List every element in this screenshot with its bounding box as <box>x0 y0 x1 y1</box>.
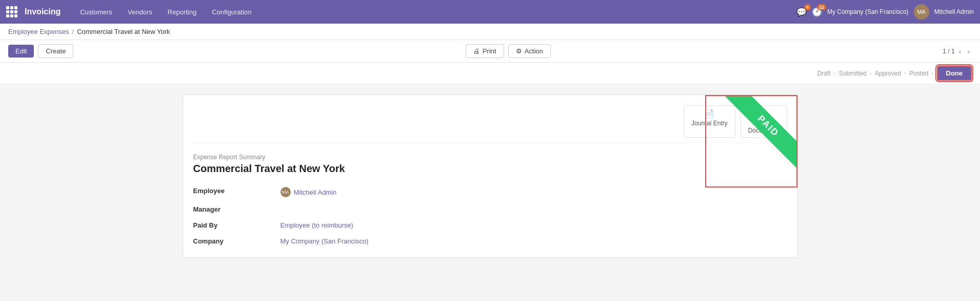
employee-label: Employee <box>193 185 275 199</box>
app-brand[interactable]: Invoicing <box>25 7 61 16</box>
status-submitted[interactable]: Submitted <box>839 70 867 77</box>
print-label: Print <box>483 47 496 55</box>
clock-count: 22 <box>817 4 826 10</box>
menu-item-reporting[interactable]: Reporting <box>161 5 204 19</box>
manager-value <box>281 203 501 215</box>
form-fields: Employee MA Mitchell Admin Manager Paid … <box>193 185 501 247</box>
toolbar: Edit Create 🖨 Print ⚙ Action 1 / 1 ‹ › <box>0 40 980 63</box>
user-avatar[interactable]: MA <box>914 4 929 20</box>
status-sep-3: › <box>904 70 906 77</box>
company-label: Company <box>193 235 275 247</box>
next-page-button[interactable]: › <box>965 47 972 55</box>
manager-label: Manager <box>193 203 275 215</box>
top-navigation: Invoicing Customers Vendors Reporting Co… <box>0 0 980 24</box>
action-button[interactable]: ⚙ Action <box>508 44 551 58</box>
status-bar: Draft › Submitted › Approved › Posted › … <box>0 63 980 84</box>
breadcrumb: Employee Expenses / Commercial Travel at… <box>0 24 980 40</box>
status-sep-1: › <box>834 70 836 77</box>
prev-page-button[interactable]: ‹ <box>957 47 964 55</box>
done-button[interactable]: Done <box>937 66 972 81</box>
menu-item-customers[interactable]: Customers <box>73 5 119 19</box>
employee-avatar: MA <box>281 187 291 197</box>
report-title-section: Expense Report Summary Commercial Travel… <box>193 154 787 175</box>
edit-button[interactable]: Edit <box>8 45 34 58</box>
user-name: Mitchell Admin <box>934 8 974 15</box>
paid-ribbon-text: PAID <box>725 95 797 169</box>
status-draft[interactable]: Draft <box>817 70 831 77</box>
apps-grid-icon[interactable] <box>6 6 17 17</box>
toolbar-right: 1 / 1 ‹ › <box>943 47 972 55</box>
print-button[interactable]: 🖨 Print <box>466 44 504 58</box>
message-notification[interactable]: 💬 4 <box>796 7 807 17</box>
main-content: 📄 Journal Entry 0 📋 Documents PAID Expen… <box>0 84 980 290</box>
report-subtitle: Expense Report Summary <box>193 154 787 161</box>
content-card: 📄 Journal Entry 0 📋 Documents PAID Expen… <box>183 95 798 258</box>
topnav-right: 💬 4 🕐 22 My Company (San Francisco) MA M… <box>796 4 974 20</box>
top-menu: Customers Vendors Reporting Configuratio… <box>73 5 793 19</box>
menu-item-configuration[interactable]: Configuration <box>205 5 258 19</box>
smart-buttons: 📄 Journal Entry 0 📋 Documents <box>193 105 787 143</box>
toolbar-center: 🖨 Print ⚙ Action <box>77 44 938 58</box>
status-sep-2: › <box>870 70 872 77</box>
clock-notification[interactable]: 🕐 22 <box>812 7 822 17</box>
message-count: 4 <box>804 4 811 10</box>
action-label: Action <box>525 47 543 55</box>
status-posted[interactable]: Posted <box>909 70 928 77</box>
pagination: 1 / 1 ‹ › <box>943 47 972 55</box>
pagination-text: 1 / 1 <box>943 48 954 55</box>
menu-item-vendors[interactable]: Vendors <box>121 5 159 19</box>
paid-by-label: Paid By <box>193 219 275 231</box>
breadcrumb-separator: / <box>72 28 74 35</box>
breadcrumb-parent[interactable]: Employee Expenses <box>8 28 69 35</box>
create-button[interactable]: Create <box>38 44 73 58</box>
gear-icon: ⚙ <box>516 47 522 55</box>
employee-name[interactable]: Mitchell Admin <box>294 189 337 196</box>
company-value[interactable]: My Company (San Francisco) <box>281 235 501 247</box>
report-main-title: Commercial Travel at New York <box>193 163 787 175</box>
status-approved[interactable]: Approved <box>875 70 901 77</box>
employee-value: MA Mitchell Admin <box>281 185 501 199</box>
paid-by-value[interactable]: Employee (to reimburse) <box>281 219 501 231</box>
company-name: My Company (San Francisco) <box>827 8 909 15</box>
paid-stamp: PAID <box>705 95 797 187</box>
print-icon: 🖨 <box>473 47 480 55</box>
breadcrumb-current: Commercial Travel at New York <box>77 28 170 35</box>
status-sep-4: › <box>932 70 934 77</box>
